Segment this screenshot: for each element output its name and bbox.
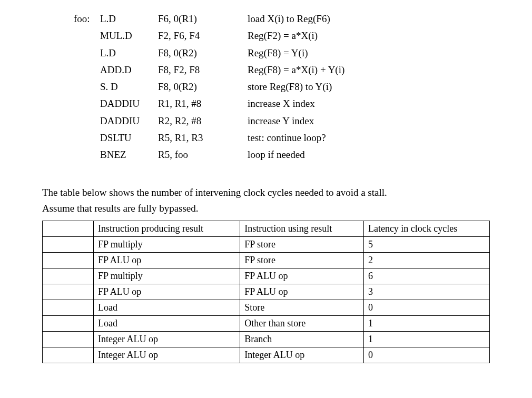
code-row: S. D F8, 0(R2) store Reg(F8) to Y(i)	[74, 78, 490, 95]
code-args: R5, foo	[158, 146, 248, 163]
code-row: L.D F8, 0(R2) Reg(F8) = Y(i)	[74, 45, 490, 62]
cell-latency: 5	[363, 237, 489, 253]
cell-producing: FP multiply	[94, 268, 240, 284]
code-label: foo:	[74, 11, 100, 27]
cell-latency: 1	[363, 332, 489, 347]
code-op: ADD.D	[100, 62, 158, 78]
table-row: FP multiply FP ALU op 6	[43, 268, 490, 284]
header-using: Instruction using result	[240, 221, 364, 237]
cell-producing: Load	[94, 300, 240, 316]
cell-using: FP store	[240, 253, 364, 268]
table-spacer	[43, 284, 94, 300]
cell-latency: 1	[363, 316, 489, 332]
table-intro: The table below shows the number of inte…	[42, 185, 490, 217]
table-spacer	[43, 347, 94, 363]
code-label	[74, 27, 100, 44]
code-row: DADDIU R1, R1, #8 increase X index	[74, 95, 490, 112]
code-row: BNEZ R5, foo loop if needed	[74, 146, 490, 163]
code-args: F2, F6, F4	[158, 27, 248, 44]
cell-producing: Integer ALU op	[94, 347, 240, 363]
code-op: BNEZ	[100, 146, 158, 163]
cell-producing: FP ALU op	[94, 284, 240, 300]
code-row: foo: L.D F6, 0(R1) load X(i) to Reg(F6)	[74, 11, 490, 27]
code-args: F8, F2, F8	[158, 62, 248, 78]
cell-producing: Integer ALU op	[94, 332, 240, 347]
code-op: L.D	[100, 45, 158, 62]
code-label	[74, 130, 100, 146]
code-comment: increase Y index	[248, 113, 490, 130]
code-label	[74, 95, 100, 112]
code-op: L.D	[100, 11, 158, 27]
cell-using: Integer ALU op	[240, 347, 364, 363]
table-row: FP multiply FP store 5	[43, 237, 490, 253]
table-spacer	[43, 316, 94, 332]
code-op: DSLTU	[100, 130, 158, 146]
intro-line1: The table below shows the number of inte…	[42, 187, 387, 198]
table-row: Integer ALU op Integer ALU op 0	[43, 347, 490, 363]
table-spacer	[43, 268, 94, 284]
cell-using: Other than store	[240, 316, 364, 332]
cell-producing: Load	[94, 316, 240, 332]
cell-producing: FP multiply	[94, 237, 240, 253]
code-comment: increase X index	[248, 95, 490, 112]
header-latency: Latency in clock cycles	[363, 221, 489, 237]
table-spacer	[43, 332, 94, 347]
code-args: F8, 0(R2)	[158, 78, 248, 95]
table-row: FP ALU op FP ALU op 3	[43, 284, 490, 300]
table-row: FP ALU op FP store 2	[43, 253, 490, 268]
cell-using: FP store	[240, 237, 364, 253]
table-spacer	[43, 237, 94, 253]
table-spacer	[43, 253, 94, 268]
code-row: DADDIU R2, R2, #8 increase Y index	[74, 113, 490, 130]
latency-table: Instruction producing result Instruction…	[42, 221, 490, 363]
cell-using: Branch	[240, 332, 364, 347]
code-op: DADDIU	[100, 113, 158, 130]
cell-using: Store	[240, 300, 364, 316]
table-row: Load Other than store 1	[43, 316, 490, 332]
cell-using: FP ALU op	[240, 268, 364, 284]
cell-producing: FP ALU op	[94, 253, 240, 268]
code-args: R5, R1, R3	[158, 130, 248, 146]
code-label	[74, 62, 100, 78]
table-spacer	[43, 221, 94, 237]
cell-latency: 0	[363, 347, 489, 363]
cell-latency: 0	[363, 300, 489, 316]
table-row: Load Store 0	[43, 300, 490, 316]
code-label	[74, 146, 100, 163]
code-label	[74, 113, 100, 130]
code-comment: test: continue loop?	[248, 130, 490, 146]
code-row: MUL.D F2, F6, F4 Reg(F2) = a*X(i)	[74, 27, 490, 44]
code-label	[74, 78, 100, 95]
cell-latency: 3	[363, 284, 489, 300]
code-args: R2, R2, #8	[158, 113, 248, 130]
code-op: MUL.D	[100, 27, 158, 44]
code-args: F8, 0(R2)	[158, 45, 248, 62]
cell-using: FP ALU op	[240, 284, 364, 300]
code-comment: store Reg(F8) to Y(i)	[248, 78, 490, 95]
table-row: Integer ALU op Branch 1	[43, 332, 490, 347]
code-args: R1, R1, #8	[158, 95, 248, 112]
code-comment: load X(i) to Reg(F6)	[248, 11, 490, 27]
cell-latency: 2	[363, 253, 489, 268]
code-comment: loop if needed	[248, 146, 490, 163]
code-label	[74, 45, 100, 62]
code-op: S. D	[100, 78, 158, 95]
code-comment: Reg(F2) = a*X(i)	[248, 27, 490, 44]
table-header-row: Instruction producing result Instruction…	[43, 221, 490, 237]
code-comment: Reg(F8) = Y(i)	[248, 45, 490, 62]
code-op: DADDIU	[100, 95, 158, 112]
header-producing: Instruction producing result	[94, 221, 240, 237]
code-row: ADD.D F8, F2, F8 Reg(F8) = a*X(i) + Y(i)	[74, 62, 490, 78]
code-args: F6, 0(R1)	[158, 11, 248, 27]
assembly-listing: foo: L.D F6, 0(R1) load X(i) to Reg(F6) …	[74, 11, 490, 164]
code-row: DSLTU R5, R1, R3 test: continue loop?	[74, 130, 490, 146]
cell-latency: 6	[363, 268, 489, 284]
code-comment: Reg(F8) = a*X(i) + Y(i)	[248, 62, 490, 78]
intro-line2: Assume that results are fully bypassed.	[42, 203, 199, 214]
table-spacer	[43, 300, 94, 316]
